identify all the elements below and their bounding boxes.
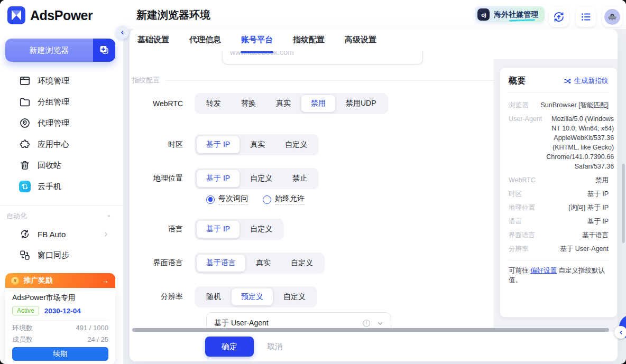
tab-advanced-settings[interactable]: 高级设置	[345, 35, 376, 51]
summary-row-language: 语言 基于 IP	[509, 217, 609, 226]
ui-language-options: 基于语言 真实 自定义	[195, 253, 325, 274]
sidebar-collapse-button[interactable]	[116, 26, 129, 39]
sidebar-item-cloud-phone[interactable]: 云手机	[0, 176, 123, 197]
radio-label: 始终允许	[275, 194, 305, 205]
sidebar-item-label: 窗口同步	[38, 250, 69, 260]
ufo-avatar-icon	[606, 11, 619, 23]
ui-language-option-real[interactable]: 真实	[246, 255, 280, 272]
plan-card-body: AdsPower市场专用 Active 2030-12-04 环境数 491 /…	[5, 288, 115, 364]
resolution-option-custom[interactable]: 自定义	[274, 288, 315, 305]
stat-value: 491 / 1000	[76, 324, 108, 332]
geolocation-options: 基于 IP 自定义 禁止	[195, 168, 319, 189]
sidebar-item-label: 云手机	[38, 182, 61, 192]
webrtc-option-real[interactable]: 真实	[266, 95, 300, 112]
webrtc-option-forward[interactable]: 转发	[197, 95, 231, 112]
summary-divider	[509, 92, 609, 93]
sync-button[interactable]	[549, 7, 569, 27]
cancel-button[interactable]: 取消	[267, 342, 283, 352]
automation-section-header[interactable]: 自动化	[6, 211, 112, 221]
window-sync-icon	[19, 249, 31, 261]
resolution-label: 分辨率	[130, 292, 195, 302]
app-logo: AdsPower	[7, 6, 93, 24]
preferences-link[interactable]: 偏好设置	[530, 267, 557, 274]
account-avatar-button[interactable]	[602, 7, 622, 27]
language-option-custom[interactable]: 自定义	[241, 221, 282, 238]
timezone-label: 时区	[130, 140, 195, 150]
tab-account-platform[interactable]: 账号平台	[241, 35, 273, 51]
task-list-button[interactable]	[576, 7, 596, 27]
app-logo-text: AdsPower	[30, 8, 93, 23]
new-environment-dialog: 指纹配置 WebRTC 转发 替换 真实 禁用 禁用UDP 时区 基于 IP	[130, 29, 618, 361]
renew-button[interactable]: 续期	[12, 347, 108, 361]
stat-label: 成员数	[12, 335, 33, 344]
floating-widget-collapse[interactable]	[614, 326, 626, 339]
summary-row-ui-language: 界面语言 基于语言	[509, 230, 609, 240]
topbar: 新建浏览器环境 o) 海外社媒管理	[123, 0, 626, 29]
summary-title: 概要	[509, 76, 526, 87]
sidebar-item-label: 回收站	[38, 161, 61, 171]
sidebar: AdsPower 新建浏览器 环境管理	[0, 0, 123, 364]
radio-ask-every-time[interactable]: 每次询问	[206, 194, 248, 205]
radio-unselected-icon	[263, 195, 271, 204]
horizontal-scrollbar[interactable]	[132, 328, 609, 332]
new-browser-button[interactable]: 新建浏览器	[5, 39, 115, 62]
webrtc-option-disabled[interactable]: 禁用	[301, 95, 335, 112]
timezone-option-custom[interactable]: 自定义	[275, 136, 317, 153]
summary-row-webrtc: WebRTC 禁用	[509, 175, 609, 185]
summary-row-browser: 浏览器 SunBrowser [智能匹配]	[509, 100, 609, 110]
radio-label: 每次询问	[218, 194, 248, 205]
webrtc-option-disable-udp[interactable]: 禁用UDP	[336, 95, 386, 112]
tab-proxy-info[interactable]: 代理信息	[189, 35, 221, 51]
generate-fingerprint-label: 生成新指纹	[574, 76, 609, 86]
ui-language-option-custom[interactable]: 自定义	[281, 255, 323, 272]
promo-banner[interactable]: ¥ 推广奖励 →	[5, 273, 115, 288]
app-window: AdsPower 新建浏览器 环境管理	[0, 0, 626, 364]
sidebar-item-groups[interactable]: 分组管理	[0, 91, 123, 113]
ui-language-option-based[interactable]: 基于语言	[197, 255, 245, 272]
sidebar-item-proxies[interactable]: 代理管理	[0, 113, 123, 134]
coin-icon: ¥	[11, 276, 20, 285]
radio-always-allow[interactable]: 始终允许	[263, 194, 305, 205]
timezone-option-ip[interactable]: 基于 IP	[197, 136, 240, 153]
webrtc-row: WebRTC 转发 替换 真实 禁用 禁用UDP	[130, 93, 388, 114]
timezone-option-real[interactable]: 真实	[241, 136, 274, 153]
confirm-button[interactable]: 确定	[205, 337, 254, 357]
resolution-option-random[interactable]: 随机	[197, 288, 231, 305]
avatar	[604, 9, 620, 25]
batch-create-button[interactable]	[93, 39, 115, 62]
tab-basic-settings[interactable]: 基础设置	[137, 35, 169, 51]
geolocation-option-ip[interactable]: 基于 IP	[197, 170, 240, 187]
ui-language-row: 界面语言 基于语言 真实 自定义	[130, 253, 325, 274]
sidebar-item-app-center[interactable]: 应用中心	[0, 134, 123, 155]
sync-icon	[553, 11, 565, 23]
summary-panel: 概要 生成新指纹 浏览器 SunBrowser [智能匹配] User-Agen…	[500, 67, 618, 318]
resolution-options: 随机 预定义 自定义	[195, 286, 317, 307]
chevron-left-icon	[618, 330, 624, 335]
sidebar-menu: 环境管理 分组管理 代理管理 应用中心	[0, 70, 123, 197]
resolution-row: 分辨率 随机 预定义 自定义	[130, 286, 317, 307]
webrtc-option-replace[interactable]: 替换	[232, 95, 265, 112]
ui-language-label: 界面语言	[130, 258, 195, 268]
summary-note: 可前往 偏好设置 自定义指纹默认值。	[509, 266, 609, 285]
resolution-option-predefined[interactable]: 预定义	[232, 288, 273, 305]
team-badge[interactable]: o) 海外社媒管理	[474, 6, 545, 23]
geolocation-option-block[interactable]: 禁止	[283, 170, 317, 187]
tab-fingerprint-config[interactable]: 指纹配置	[293, 35, 325, 51]
new-browser-button-label[interactable]: 新建浏览器	[5, 39, 93, 62]
sidebar-item-recycle-bin[interactable]: 回收站	[0, 155, 123, 176]
language-option-ip[interactable]: 基于 IP	[197, 221, 240, 238]
sidebar-divider	[0, 205, 123, 206]
language-label: 语言	[130, 225, 195, 234]
section-divider-line	[166, 80, 493, 81]
expiry-date: 2030-12-04	[44, 307, 81, 315]
sidebar-item-window-sync[interactable]: 窗口同步	[0, 245, 123, 266]
generate-fingerprint-link[interactable]: 生成新指纹	[564, 76, 609, 86]
geolocation-option-custom[interactable]: 自定义	[241, 170, 282, 187]
chevron-down-icon	[376, 319, 384, 328]
sidebar-item-fb-auto[interactable]: FB Auto	[0, 223, 123, 245]
chevron-left-icon	[119, 29, 126, 36]
vertical-scrollbar[interactable]	[622, 164, 625, 243]
sidebar-item-label: 分组管理	[38, 97, 69, 107]
fb-auto-icon	[19, 228, 31, 240]
sidebar-item-environments[interactable]: 环境管理	[0, 70, 123, 91]
